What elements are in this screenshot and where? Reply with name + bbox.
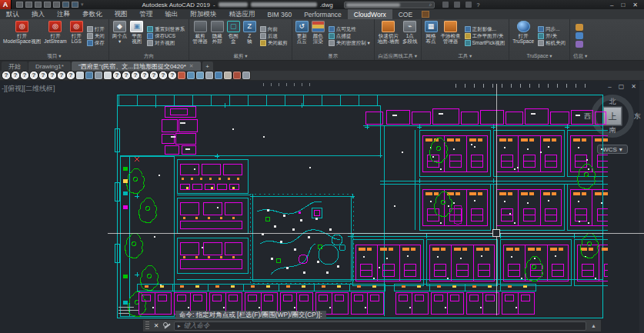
- question-badge-icon[interactable]: ?: [67, 72, 75, 79]
- undo-icon[interactable]: [62, 2, 69, 8]
- clip-forward-button[interactable]: 向前: [260, 26, 288, 32]
- save-as-icon[interactable]: [44, 2, 51, 8]
- open-truspace-button[interactable]: 打开 TruSpace: [512, 20, 535, 52]
- toolbar-tool-icon[interactable]: [76, 72, 84, 79]
- customize-wrench-icon[interactable]: [163, 321, 172, 330]
- viewcube-east-label[interactable]: 东: [634, 112, 641, 122]
- truspace-sync-button[interactable]: 同步...: [538, 26, 566, 32]
- truspace-toggle-button[interactable]: 开/关: [538, 33, 566, 39]
- maximize-button[interactable]: □: [621, 2, 625, 8]
- redo-icon[interactable]: [72, 2, 78, 8]
- toolbar-tool-icon[interactable]: [224, 72, 232, 79]
- ribbon-tab-featured-apps[interactable]: 精选应用: [223, 9, 262, 19]
- camera-off-button[interactable]: 相机关闭: [538, 40, 566, 46]
- file-tab-start[interactable]: 开始: [2, 62, 28, 71]
- plan-view-button[interactable]: ▣ 平面 视图: [129, 20, 144, 52]
- viewport-controls-label[interactable]: -][俯视][二维线框]: [2, 84, 55, 94]
- close-button[interactable]: ✕: [632, 2, 638, 8]
- panel-title-project[interactable]: 项目 ▾: [0, 52, 108, 60]
- qat-dropdown-icon[interactable]: ▾: [81, 2, 84, 8]
- ribbon-tab-coe[interactable]: COE: [392, 9, 419, 19]
- file-tab-active-drawing[interactable]: "西府里"(民宿、文...日地形图提交0420* ✕: [72, 62, 201, 71]
- toolbar-tool-icon[interactable]: [215, 72, 222, 79]
- toolbar-tool-icon[interactable]: [85, 72, 93, 79]
- question-badge-icon[interactable]: ?: [12, 72, 19, 79]
- panel-title-orientation[interactable]: 方向: [109, 52, 189, 60]
- app-store-icon[interactable]: [454, 2, 460, 8]
- question-badge-icon[interactable]: ?: [141, 72, 148, 79]
- viewcube-south-label[interactable]: 南: [609, 125, 616, 135]
- toolbar-tool-icon[interactable]: [205, 72, 213, 79]
- viewcube-north-label[interactable]: 北: [609, 97, 616, 107]
- clip-manager-button[interactable]: 裁剪 管理器: [192, 20, 209, 52]
- toolbar-tool-icon[interactable]: [178, 72, 185, 79]
- question-badge-icon[interactable]: ?: [39, 72, 47, 79]
- info-tool-icon[interactable]: [576, 32, 583, 39]
- drawing-minimize-button[interactable]: –: [608, 83, 611, 90]
- open-lgs-button[interactable]: ◎ 打开 LGS: [69, 20, 84, 52]
- ribbon-extra-icon[interactable]: [422, 11, 429, 18]
- project-close-button[interactable]: 关闭: [87, 33, 105, 39]
- ortho-image-button[interactable]: 正射影像...: [465, 26, 506, 32]
- ribbon-tab-insert[interactable]: 插入: [25, 9, 51, 19]
- question-badge-icon[interactable]: ?: [150, 72, 158, 79]
- smartpick-view-button[interactable]: SmartPick视图: [465, 40, 506, 46]
- bounding-box-button[interactable]: ▢ 包围 盒: [226, 20, 241, 52]
- drawing-restore-button[interactable]: ▢: [619, 83, 625, 90]
- toolbar-tool-icon[interactable]: [187, 72, 195, 79]
- ribbon-tab-home[interactable]: 默认: [0, 9, 25, 19]
- infocenter-search-input[interactable]: ⌕: [344, 2, 435, 8]
- new-file-icon[interactable]: [16, 2, 23, 8]
- command-bar-grip[interactable]: [145, 321, 149, 330]
- point-visibility-button[interactable]: 点可见性: [329, 26, 370, 32]
- autocad-logo-icon[interactable]: A: [0, 0, 12, 9]
- search-icon[interactable]: ⌕: [429, 2, 432, 8]
- interference-check-button[interactable]: 干涉检查 管理器: [440, 20, 462, 52]
- question-badge-icon[interactable]: ?: [132, 72, 139, 79]
- ribbon-tab-cloudworx[interactable]: CloudWorx: [348, 9, 392, 19]
- toolbar-tool-icon[interactable]: [242, 72, 250, 79]
- question-badge-icon[interactable]: ?: [122, 72, 130, 79]
- two-points-button[interactable]: ◆ 两个点 ▾: [112, 20, 128, 52]
- color-render-button[interactable]: 颜色 渲染: [311, 20, 325, 52]
- toolbar-tool-icon[interactable]: [104, 72, 112, 79]
- update-pointcloud-button[interactable]: ↺ 更新 点云: [295, 20, 309, 52]
- drawing-close-button[interactable]: ✕: [631, 83, 636, 90]
- question-badge-icon[interactable]: ?: [113, 72, 121, 79]
- tab-close-icon[interactable]: ✕: [189, 63, 194, 69]
- file-tab-drawing1[interactable]: Drawing1*: [28, 62, 71, 71]
- toolbar-tool-icon[interactable]: [95, 72, 102, 79]
- autodesk-cloud-icon[interactable]: [465, 2, 472, 8]
- clip-back-button[interactable]: 后退: [260, 33, 288, 39]
- question-badge-icon[interactable]: ?: [30, 72, 38, 79]
- question-badge-icon[interactable]: ?: [2, 72, 10, 79]
- point-snap-button[interactable]: 点捕捉: [329, 33, 370, 39]
- question-badge-icon[interactable]: ?: [58, 72, 65, 79]
- workplane-toggle-button[interactable]: 工作平面开/关: [465, 33, 506, 39]
- open-file-icon[interactable]: [25, 2, 32, 8]
- info-tool-icon[interactable]: [576, 41, 583, 48]
- save-ucs-button[interactable]: 保存UCS: [147, 33, 185, 39]
- plot-icon[interactable]: [53, 2, 60, 8]
- site-plan-drawing[interactable]: [109, 82, 608, 325]
- question-badge-icon[interactable]: ?: [159, 72, 167, 79]
- ribbon-tab-manage[interactable]: 管理: [134, 9, 159, 19]
- grid-points-button[interactable]: ▦ 网格 布点: [424, 20, 439, 52]
- quick-slice-button[interactable]: 快速切片 地面-墙面: [377, 20, 400, 52]
- density-control-button[interactable]: 关闭密度控制 ▾: [329, 40, 370, 46]
- toolbar-tool-icon[interactable]: [233, 72, 241, 79]
- command-close-icon[interactable]: ✕: [152, 322, 161, 329]
- panel-title-display[interactable]: 显示: [292, 52, 374, 60]
- project-open-button[interactable]: 打开: [87, 26, 105, 32]
- question-badge-icon[interactable]: ?: [169, 72, 176, 79]
- ribbon-tab-parametric[interactable]: 参数化: [76, 9, 108, 19]
- one-point-polyline-button[interactable]: ⌁ 1点 多段线: [402, 20, 419, 52]
- ribbon-tab-output[interactable]: 输出: [159, 9, 185, 19]
- z-axis-button[interactable]: Z Z 轴: [242, 20, 257, 52]
- align-view-button[interactable]: 对齐视图: [147, 40, 185, 46]
- hide-outside-button[interactable]: 隐藏 外部: [210, 20, 225, 52]
- panel-title-info[interactable]: 信息 ▾: [570, 52, 590, 60]
- project-save-button[interactable]: 保存: [87, 40, 105, 46]
- question-badge-icon[interactable]: ?: [48, 72, 56, 79]
- ribbon-tab-bim360[interactable]: BIM 360: [262, 9, 299, 19]
